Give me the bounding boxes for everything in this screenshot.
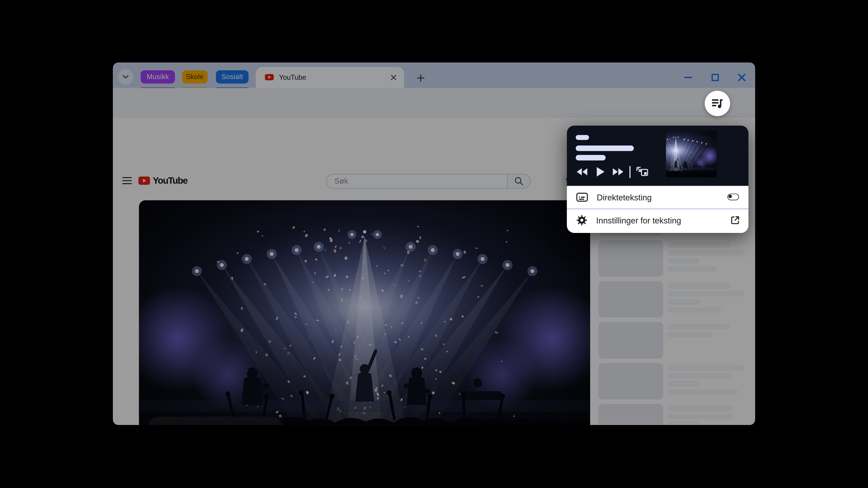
media-line-skeleton-2 (576, 155, 606, 160)
picture-in-picture-button[interactable] (635, 165, 650, 179)
picture-in-picture-icon (636, 166, 649, 177)
live-caption-label: Direkteteksting (597, 192, 727, 202)
media-title-skeleton (576, 135, 589, 140)
media-controls-button[interactable] (705, 90, 730, 116)
media-thumbnail (666, 125, 748, 186)
open-in-new-icon (730, 215, 740, 225)
caption-settings-row[interactable]: Innstillinger for teksting (567, 209, 748, 232)
live-caption-toggle[interactable] (727, 194, 739, 200)
media-line-skeleton-1 (576, 145, 634, 151)
play-icon (597, 167, 604, 177)
dim-overlay (113, 63, 755, 425)
next-track-button[interactable] (611, 165, 625, 179)
toggle-knob (728, 195, 732, 198)
previous-track-button[interactable] (575, 165, 589, 179)
desktop: Musikk Skole Sosialt YouTube (0, 0, 868, 488)
media-popup-menu: Direkteteksting (567, 186, 748, 233)
open-caption-settings-button[interactable] (730, 215, 740, 225)
queue-music-icon (711, 97, 723, 109)
rewind-icon (577, 168, 587, 175)
live-caption-row[interactable]: Direkteteksting (567, 186, 748, 208)
media-player-card (567, 125, 748, 186)
caption-settings-label: Innstillinger for teksting (596, 216, 730, 225)
fast-forward-icon (613, 168, 623, 175)
controls-divider (629, 166, 631, 178)
play-button[interactable] (594, 165, 608, 179)
gear-icon (576, 215, 587, 226)
media-controls-popup: Direkteteksting (567, 125, 748, 233)
live-caption-icon (576, 192, 588, 202)
